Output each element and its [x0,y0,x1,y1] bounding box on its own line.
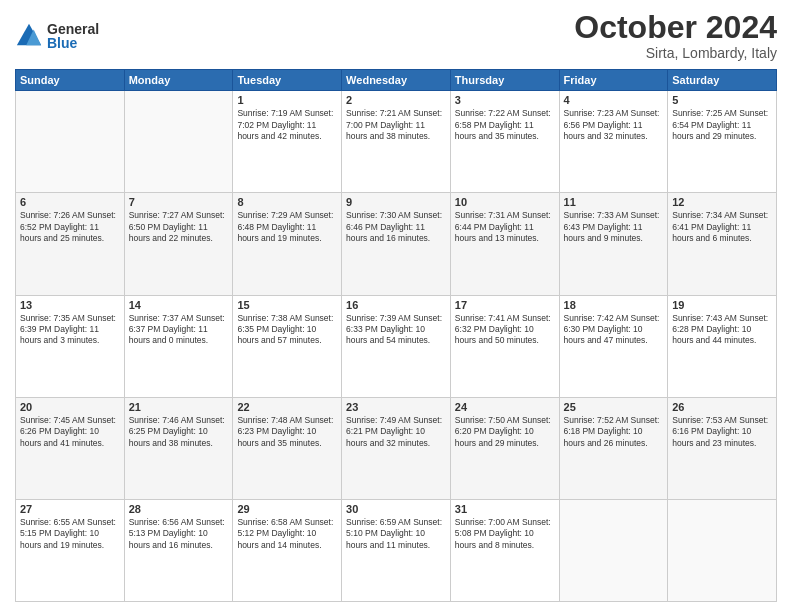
day-number: 22 [237,401,337,413]
logo-blue-text: Blue [47,36,99,50]
table-row: 26Sunrise: 7:53 AM Sunset: 6:16 PM Dayli… [668,397,777,499]
day-number: 19 [672,299,772,311]
day-info: Sunrise: 7:19 AM Sunset: 7:02 PM Dayligh… [237,108,337,142]
table-row [124,91,233,193]
month-title: October 2024 [574,10,777,45]
table-row: 4Sunrise: 7:23 AM Sunset: 6:56 PM Daylig… [559,91,668,193]
table-row: 13Sunrise: 7:35 AM Sunset: 6:39 PM Dayli… [16,295,125,397]
table-row: 5Sunrise: 7:25 AM Sunset: 6:54 PM Daylig… [668,91,777,193]
day-number: 8 [237,196,337,208]
day-info: Sunrise: 7:41 AM Sunset: 6:32 PM Dayligh… [455,313,555,347]
day-number: 23 [346,401,446,413]
header-monday: Monday [124,70,233,91]
day-number: 12 [672,196,772,208]
day-info: Sunrise: 7:49 AM Sunset: 6:21 PM Dayligh… [346,415,446,449]
table-row: 11Sunrise: 7:33 AM Sunset: 6:43 PM Dayli… [559,193,668,295]
table-row: 30Sunrise: 6:59 AM Sunset: 5:10 PM Dayli… [342,499,451,601]
header-sunday: Sunday [16,70,125,91]
table-row: 31Sunrise: 7:00 AM Sunset: 5:08 PM Dayli… [450,499,559,601]
table-row: 14Sunrise: 7:37 AM Sunset: 6:37 PM Dayli… [124,295,233,397]
table-row [668,499,777,601]
header-saturday: Saturday [668,70,777,91]
table-row: 16Sunrise: 7:39 AM Sunset: 6:33 PM Dayli… [342,295,451,397]
table-row: 22Sunrise: 7:48 AM Sunset: 6:23 PM Dayli… [233,397,342,499]
day-number: 25 [564,401,664,413]
day-number: 27 [20,503,120,515]
day-number: 1 [237,94,337,106]
table-row: 12Sunrise: 7:34 AM Sunset: 6:41 PM Dayli… [668,193,777,295]
day-info: Sunrise: 7:23 AM Sunset: 6:56 PM Dayligh… [564,108,664,142]
table-row: 18Sunrise: 7:42 AM Sunset: 6:30 PM Dayli… [559,295,668,397]
day-info: Sunrise: 6:55 AM Sunset: 5:15 PM Dayligh… [20,517,120,551]
day-info: Sunrise: 7:45 AM Sunset: 6:26 PM Dayligh… [20,415,120,449]
table-row: 20Sunrise: 7:45 AM Sunset: 6:26 PM Dayli… [16,397,125,499]
table-row [559,499,668,601]
table-row: 9Sunrise: 7:30 AM Sunset: 6:46 PM Daylig… [342,193,451,295]
logo-general-text: General [47,22,99,36]
day-number: 18 [564,299,664,311]
day-number: 7 [129,196,229,208]
header-wednesday: Wednesday [342,70,451,91]
day-info: Sunrise: 7:52 AM Sunset: 6:18 PM Dayligh… [564,415,664,449]
day-number: 30 [346,503,446,515]
day-number: 16 [346,299,446,311]
day-number: 11 [564,196,664,208]
day-info: Sunrise: 7:34 AM Sunset: 6:41 PM Dayligh… [672,210,772,244]
table-row: 10Sunrise: 7:31 AM Sunset: 6:44 PM Dayli… [450,193,559,295]
day-number: 17 [455,299,555,311]
table-row: 7Sunrise: 7:27 AM Sunset: 6:50 PM Daylig… [124,193,233,295]
table-row: 15Sunrise: 7:38 AM Sunset: 6:35 PM Dayli… [233,295,342,397]
logo: General Blue [15,22,99,50]
location: Sirta, Lombardy, Italy [574,45,777,61]
day-info: Sunrise: 7:00 AM Sunset: 5:08 PM Dayligh… [455,517,555,551]
calendar-week-row: 13Sunrise: 7:35 AM Sunset: 6:39 PM Dayli… [16,295,777,397]
calendar-week-row: 1Sunrise: 7:19 AM Sunset: 7:02 PM Daylig… [16,91,777,193]
day-info: Sunrise: 7:53 AM Sunset: 6:16 PM Dayligh… [672,415,772,449]
header-tuesday: Tuesday [233,70,342,91]
day-info: Sunrise: 7:38 AM Sunset: 6:35 PM Dayligh… [237,313,337,347]
day-info: Sunrise: 7:35 AM Sunset: 6:39 PM Dayligh… [20,313,120,347]
calendar: Sunday Monday Tuesday Wednesday Thursday… [15,69,777,602]
table-row: 21Sunrise: 7:46 AM Sunset: 6:25 PM Dayli… [124,397,233,499]
logo-icon [15,22,43,50]
day-info: Sunrise: 7:27 AM Sunset: 6:50 PM Dayligh… [129,210,229,244]
day-info: Sunrise: 7:33 AM Sunset: 6:43 PM Dayligh… [564,210,664,244]
day-number: 26 [672,401,772,413]
table-row: 8Sunrise: 7:29 AM Sunset: 6:48 PM Daylig… [233,193,342,295]
day-number: 28 [129,503,229,515]
table-row: 29Sunrise: 6:58 AM Sunset: 5:12 PM Dayli… [233,499,342,601]
day-number: 10 [455,196,555,208]
day-number: 15 [237,299,337,311]
header: General Blue October 2024 Sirta, Lombard… [15,10,777,61]
day-info: Sunrise: 7:29 AM Sunset: 6:48 PM Dayligh… [237,210,337,244]
day-number: 14 [129,299,229,311]
calendar-week-row: 27Sunrise: 6:55 AM Sunset: 5:15 PM Dayli… [16,499,777,601]
day-info: Sunrise: 7:46 AM Sunset: 6:25 PM Dayligh… [129,415,229,449]
calendar-week-row: 20Sunrise: 7:45 AM Sunset: 6:26 PM Dayli… [16,397,777,499]
table-row: 19Sunrise: 7:43 AM Sunset: 6:28 PM Dayli… [668,295,777,397]
day-number: 20 [20,401,120,413]
day-info: Sunrise: 6:56 AM Sunset: 5:13 PM Dayligh… [129,517,229,551]
day-info: Sunrise: 7:21 AM Sunset: 7:00 PM Dayligh… [346,108,446,142]
table-row: 25Sunrise: 7:52 AM Sunset: 6:18 PM Dayli… [559,397,668,499]
day-info: Sunrise: 7:42 AM Sunset: 6:30 PM Dayligh… [564,313,664,347]
table-row: 24Sunrise: 7:50 AM Sunset: 6:20 PM Dayli… [450,397,559,499]
table-row: 3Sunrise: 7:22 AM Sunset: 6:58 PM Daylig… [450,91,559,193]
day-info: Sunrise: 7:50 AM Sunset: 6:20 PM Dayligh… [455,415,555,449]
day-number: 29 [237,503,337,515]
day-info: Sunrise: 7:39 AM Sunset: 6:33 PM Dayligh… [346,313,446,347]
day-number: 13 [20,299,120,311]
title-block: October 2024 Sirta, Lombardy, Italy [574,10,777,61]
day-info: Sunrise: 7:37 AM Sunset: 6:37 PM Dayligh… [129,313,229,347]
calendar-week-row: 6Sunrise: 7:26 AM Sunset: 6:52 PM Daylig… [16,193,777,295]
day-info: Sunrise: 7:30 AM Sunset: 6:46 PM Dayligh… [346,210,446,244]
table-row: 27Sunrise: 6:55 AM Sunset: 5:15 PM Dayli… [16,499,125,601]
day-number: 2 [346,94,446,106]
table-row [16,91,125,193]
table-row: 6Sunrise: 7:26 AM Sunset: 6:52 PM Daylig… [16,193,125,295]
day-info: Sunrise: 7:31 AM Sunset: 6:44 PM Dayligh… [455,210,555,244]
day-number: 21 [129,401,229,413]
table-row: 2Sunrise: 7:21 AM Sunset: 7:00 PM Daylig… [342,91,451,193]
day-info: Sunrise: 7:48 AM Sunset: 6:23 PM Dayligh… [237,415,337,449]
day-info: Sunrise: 7:25 AM Sunset: 6:54 PM Dayligh… [672,108,772,142]
